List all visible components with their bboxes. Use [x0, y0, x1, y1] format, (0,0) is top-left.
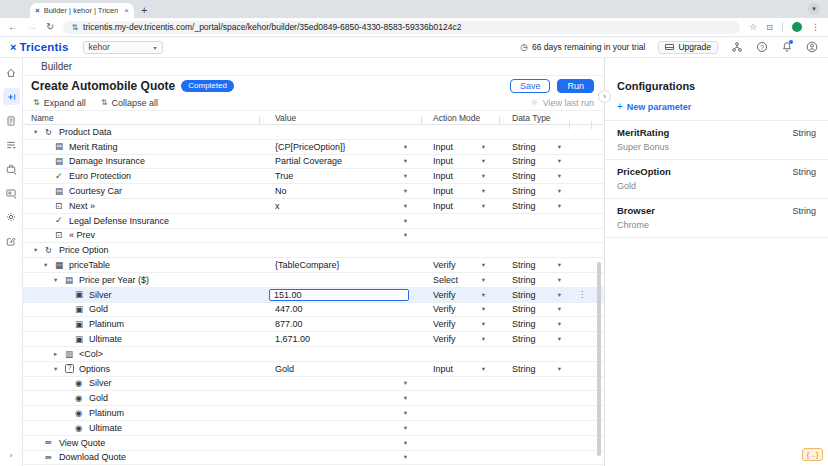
- table-row[interactable]: ▣SilverVerify▾String▾⋮: [23, 288, 604, 303]
- table-row[interactable]: ∞View Quote▾: [23, 436, 604, 451]
- expand-all-button[interactable]: ⇅ Expand all: [33, 98, 86, 108]
- tab-close-icon[interactable]: ×: [124, 6, 129, 15]
- org-icon[interactable]: [731, 41, 743, 53]
- action-mode-dropdown-icon[interactable]: ▾: [482, 172, 485, 180]
- action-mode-dropdown-icon[interactable]: ▾: [482, 276, 485, 284]
- collapse-all-button[interactable]: ⇅ Collapse all: [101, 98, 158, 108]
- action-mode-dropdown-icon[interactable]: ▾: [482, 320, 485, 328]
- parameter-item[interactable]: BrowserStringChrome: [605, 199, 828, 238]
- data-type-dropdown-icon[interactable]: ▾: [558, 157, 561, 165]
- value-dropdown-icon[interactable]: ▾: [404, 424, 407, 432]
- chevron-down-icon[interactable]: ▾: [54, 365, 65, 373]
- data-type-dropdown-icon[interactable]: ▾: [558, 291, 561, 299]
- chevron-right-icon[interactable]: ▸: [54, 350, 65, 358]
- bookmark-star-icon[interactable]: ☆: [749, 22, 757, 32]
- action-mode-dropdown-icon[interactable]: ▾: [482, 305, 485, 313]
- parameter-item[interactable]: PriceOptionStringGold: [605, 160, 828, 199]
- table-row[interactable]: ∞Download Quote▾: [23, 451, 604, 466]
- action-mode-dropdown-icon[interactable]: ▾: [482, 261, 485, 269]
- tricentis-logo[interactable]: × Tricentis: [10, 41, 69, 53]
- parameter-item[interactable]: MeritRatingStringSuper Bonus: [605, 121, 828, 160]
- sidebar-item-toolbox[interactable]: [3, 160, 20, 177]
- panel-collapse-chevron-icon[interactable]: ›: [598, 90, 611, 103]
- table-row[interactable]: ▾↻Price Option: [23, 243, 604, 258]
- table-row[interactable]: ▸▥<Col>: [23, 347, 604, 362]
- table-row[interactable]: ▤Courtesy CarNo▾Input▾String▾: [23, 184, 604, 199]
- value-input[interactable]: [269, 289, 409, 301]
- browser-tab[interactable]: × Builder | kehor | Tricentis Tos ×: [30, 3, 134, 18]
- new-parameter-button[interactable]: + New parameter: [605, 101, 828, 112]
- run-button[interactable]: Run: [557, 79, 594, 93]
- action-mode-dropdown-icon[interactable]: ▾: [482, 143, 485, 151]
- help-icon[interactable]: ?: [756, 41, 768, 53]
- value-dropdown-icon[interactable]: ▾: [404, 409, 407, 417]
- data-type-dropdown-icon[interactable]: ▾: [558, 320, 561, 328]
- data-type-dropdown-icon[interactable]: ▾: [558, 305, 561, 313]
- sidebar-item-document[interactable]: [3, 112, 20, 129]
- value-dropdown-icon[interactable]: ▾: [404, 202, 407, 210]
- value-dropdown-icon[interactable]: ▾: [404, 379, 407, 387]
- data-type-dropdown-icon[interactable]: ▾: [558, 202, 561, 210]
- action-mode-dropdown-icon[interactable]: ▾: [482, 335, 485, 343]
- data-type-dropdown-icon[interactable]: ▾: [558, 187, 561, 195]
- data-type-dropdown-icon[interactable]: ▾: [558, 335, 561, 343]
- chevron-down-icon[interactable]: ▾: [34, 246, 45, 254]
- value-dropdown-icon[interactable]: ▾: [404, 157, 407, 165]
- value-dropdown-icon[interactable]: ▾: [404, 453, 407, 461]
- table-row[interactable]: ✓Legal Defense Insurance▾: [23, 214, 604, 229]
- account-icon[interactable]: [806, 41, 818, 53]
- api-braces-badge[interactable]: {…}: [802, 448, 823, 461]
- notifications-bell-icon[interactable]: [781, 41, 793, 53]
- table-row[interactable]: ▣Platinum877.00Verify▾String▾: [23, 317, 604, 332]
- value-dropdown-icon[interactable]: ▾: [404, 172, 407, 180]
- upgrade-button[interactable]: Upgrade: [658, 41, 718, 54]
- data-type-dropdown-icon[interactable]: ▾: [558, 365, 561, 373]
- browser-profile-avatar[interactable]: [792, 22, 802, 32]
- table-row[interactable]: ◉Silver▾: [23, 377, 604, 392]
- sidebar-item-card[interactable]: [3, 184, 20, 201]
- table-row[interactable]: ◉Ultimate▾: [23, 421, 604, 436]
- site-info-icon[interactable]: ⇅: [71, 23, 78, 32]
- data-type-dropdown-icon[interactable]: ▾: [558, 143, 561, 151]
- table-row[interactable]: ⊡Next »x▾Input▾String▾: [23, 199, 604, 214]
- table-row[interactable]: ▾▦priceTable{TableCompare}Verify▾String▾: [23, 258, 604, 273]
- value-dropdown-icon[interactable]: ▾: [404, 143, 407, 151]
- sidebar-item-compose[interactable]: [3, 232, 20, 249]
- action-mode-dropdown-icon[interactable]: ▾: [482, 202, 485, 210]
- tab-search-caret-icon[interactable]: ▾: [808, 3, 820, 15]
- table-row[interactable]: ▤Damage InsurancePartial Coverage▾Input▾…: [23, 155, 604, 170]
- data-type-dropdown-icon[interactable]: ▾: [558, 276, 561, 284]
- value-dropdown-icon[interactable]: ▾: [404, 394, 407, 402]
- url-bar[interactable]: ⇅ tricentis.my-dev.tricentis.com/_portal…: [63, 21, 740, 34]
- table-row[interactable]: ◉Platinum▾: [23, 406, 604, 421]
- workspace-selector[interactable]: kehor ▾: [83, 41, 163, 54]
- table-row[interactable]: ⊡« Prev▾: [23, 229, 604, 244]
- table-row[interactable]: ✓Euro ProtectionTrue▾Input▾String▾: [23, 169, 604, 184]
- value-dropdown-icon[interactable]: ▾: [404, 439, 407, 447]
- forward-icon[interactable]: →: [27, 22, 37, 32]
- chevron-down-icon[interactable]: ▾: [44, 261, 55, 269]
- new-tab-button[interactable]: +: [141, 3, 147, 17]
- table-row[interactable]: ▾↻Product Data: [23, 125, 604, 140]
- sidebar-item-list-menu[interactable]: [3, 136, 20, 153]
- action-mode-dropdown-icon[interactable]: ▾: [482, 291, 485, 299]
- row-menu-kebab-icon[interactable]: ⋮: [578, 290, 586, 299]
- data-type-dropdown-icon[interactable]: ▾: [558, 261, 561, 269]
- sidebar-item-gear[interactable]: [3, 208, 20, 225]
- save-button[interactable]: Save: [510, 79, 551, 93]
- action-mode-dropdown-icon[interactable]: ▾: [482, 157, 485, 165]
- action-mode-dropdown-icon[interactable]: ▾: [482, 187, 485, 195]
- table-row[interactable]: ▣Ultimate1,671.00Verify▾String▾: [23, 332, 604, 347]
- view-last-run-button[interactable]: View last run: [530, 98, 594, 108]
- vertical-scrollbar[interactable]: [597, 262, 601, 456]
- data-type-dropdown-icon[interactable]: ▾: [558, 172, 561, 180]
- value-dropdown-icon[interactable]: ▾: [404, 217, 407, 225]
- reload-icon[interactable]: ↻: [46, 22, 54, 32]
- table-row[interactable]: ▾▤Price per Year ($)Select▾String▾: [23, 273, 604, 288]
- table-row[interactable]: ▣Gold447.00Verify▾String▾: [23, 303, 604, 318]
- back-icon[interactable]: ←: [8, 22, 18, 32]
- table-row[interactable]: ◉Gold▾: [23, 391, 604, 406]
- sidebar-item-home[interactable]: [3, 64, 20, 81]
- value-dropdown-icon[interactable]: ▾: [404, 231, 407, 239]
- chevron-down-icon[interactable]: ▾: [34, 128, 45, 136]
